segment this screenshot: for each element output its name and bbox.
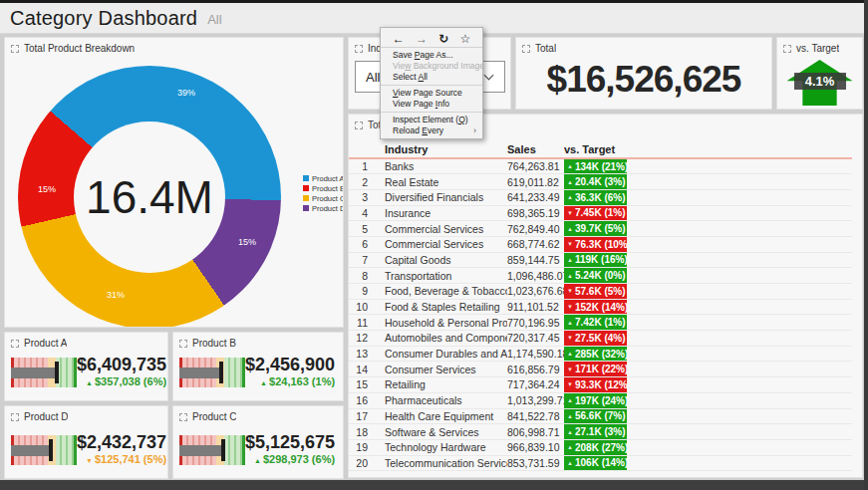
table-row[interactable]: 5Commercial Services762,849.40▲39.7K (5%… xyxy=(349,221,852,237)
expand-icon[interactable] xyxy=(11,45,19,53)
panel-title: Product C xyxy=(192,411,236,422)
up-triangle-icon: ▲ xyxy=(567,163,573,169)
sales-cell: 762,849.40 xyxy=(507,221,564,237)
table-row[interactable]: 4Insurance698,365.19▼7.45K (1%) xyxy=(349,205,852,221)
menu-item-view-background-image: View Background Image xyxy=(381,61,482,72)
row-number: 19 xyxy=(349,439,375,455)
menu-item-inspect-element-q[interactable]: Inspect Element (Q) xyxy=(381,115,482,125)
vs-target-value: 20.4K (3%) xyxy=(575,176,626,187)
expand-icon[interactable] xyxy=(11,340,19,348)
expand-icon[interactable] xyxy=(783,45,791,53)
bullet-chart xyxy=(11,435,77,465)
target-arrow-indicator: 4.1% xyxy=(787,60,853,106)
table-row[interactable]: 7Capital Goods859,144.75▲119K (16%) xyxy=(349,252,852,268)
industry-cell: Retailing xyxy=(375,377,507,393)
table-row[interactable]: 6Commercial Services668,774.62▼76.3K (10… xyxy=(349,236,852,252)
vs-target-badge: ▼171K (22%) xyxy=(564,362,627,376)
legend-label: Product C xyxy=(312,194,344,203)
table-row[interactable]: 17Health Care Equipment841,522.78▲56.6K … xyxy=(349,408,852,424)
column-header-vs-target[interactable]: vs. Target xyxy=(564,141,627,158)
industry-cell: Consumer Services xyxy=(375,362,507,377)
back-icon[interactable]: ← xyxy=(393,30,405,48)
bullet-good-zone xyxy=(224,358,245,387)
row-number: 2 xyxy=(349,174,375,190)
table-row[interactable]: 11Household & Personal Products770,196.9… xyxy=(349,315,852,331)
expand-icon[interactable] xyxy=(522,45,530,53)
bullet-good-zone xyxy=(224,435,245,465)
vs-target-badge: ▼93.3K (12%) xyxy=(564,377,627,392)
table-row[interactable]: 18Software & Services806,998.71▲27.1K (3… xyxy=(349,424,852,440)
chevron-down-icon xyxy=(484,71,494,81)
table-row[interactable]: 16Pharmaceuticals1,013,299.71▲197K (24%) xyxy=(349,392,852,408)
row-number: 1 xyxy=(349,158,375,174)
vs-target-badge: ▼152K (14%) xyxy=(564,300,627,315)
menu-item-view-page-source[interactable]: View Page Source xyxy=(381,88,482,99)
panel-total-kpi: Total $16,526,625 xyxy=(515,37,772,110)
panel-title: vs. Target xyxy=(796,43,839,54)
vs-target-value: 134K (21%) xyxy=(575,161,627,172)
legend-item[interactable]: Product C xyxy=(303,193,344,203)
legend-item[interactable]: Product A xyxy=(303,173,344,183)
row-number: 9 xyxy=(349,284,375,300)
reload-icon[interactable]: ↻ xyxy=(438,30,448,48)
menu-item-reload-every[interactable]: Reload Every› xyxy=(381,125,482,136)
table-row[interactable]: 1Banks764,263.81▲134K (21%) xyxy=(349,158,852,174)
legend-label: Product D xyxy=(312,204,344,213)
row-number: 3 xyxy=(349,189,375,205)
table-row[interactable]: 12Automobiles and Components720,317.45▼2… xyxy=(349,331,852,347)
sales-cell: 841,522.78 xyxy=(507,408,564,424)
product-delta: ▲$24,163 (1%) xyxy=(245,374,335,390)
table-row[interactable]: 8Transportation1,096,486.07▲5.24K (0%) xyxy=(349,268,852,284)
expand-icon[interactable] xyxy=(179,413,187,421)
legend-item[interactable]: Product D xyxy=(303,203,344,213)
industry-cell: Health Care Equipment xyxy=(375,408,507,424)
up-triangle-icon: ▲ xyxy=(567,413,573,419)
menu-item-select-all[interactable]: Select All xyxy=(381,72,482,83)
bullet-target-marker xyxy=(219,362,223,383)
column-header-sales[interactable]: Sales xyxy=(507,141,564,158)
vs-target-value: 197K (24%) xyxy=(575,395,627,406)
expand-icon[interactable] xyxy=(355,122,363,129)
bullet-chart xyxy=(11,358,77,387)
expand-icon[interactable] xyxy=(355,45,363,53)
sales-cell: 853,731.59 xyxy=(507,455,564,471)
table-row[interactable]: 20Telecommunication Services853,731.59▲1… xyxy=(349,455,852,471)
table-row[interactable]: 15Retailing717,364.24▼93.3K (12%) xyxy=(349,377,852,393)
sales-cell: 641,233.49 xyxy=(507,189,564,205)
row-number: 18 xyxy=(349,424,375,440)
forward-icon[interactable]: → xyxy=(416,30,428,48)
browser-context-menu: ←→↻☆ Save Page As...View Background Imag… xyxy=(380,27,483,139)
table-header-row: Industry Sales vs. Target xyxy=(349,141,852,158)
legend-item[interactable]: Product B xyxy=(303,183,344,193)
table-row[interactable]: 9Food, Beverage & Tobacco1,023,676.68▼57… xyxy=(349,284,852,300)
legend-swatch xyxy=(303,195,309,201)
table-row[interactable]: 14Consumer Services616,856.79▼171K (22%) xyxy=(349,362,852,377)
vs-target-value: 56.6K (7%) xyxy=(575,410,626,421)
product-delta: ▲$298,973 (6%) xyxy=(245,452,335,468)
menu-item-view-page-info[interactable]: View Page Info xyxy=(381,99,482,110)
vs-target-value: 39.7K (5%) xyxy=(575,223,626,234)
up-triangle-icon: ▲ xyxy=(567,397,573,403)
total-kpi-value: $16,526,625 xyxy=(516,59,771,101)
browser-viewport: Category Dashboard All Total Product Bre… xyxy=(0,0,868,490)
bullet-chart xyxy=(179,358,245,387)
product-delta: ▼$125,741 (5%) xyxy=(77,452,166,468)
product-value: $5,125,675 xyxy=(245,432,335,452)
expand-icon[interactable] xyxy=(179,340,187,348)
donut-center-total: 16.4M xyxy=(86,170,213,224)
bookmark-icon[interactable]: ☆ xyxy=(460,30,471,48)
table-row[interactable]: 10Food & Staples Retailing911,101.52▼152… xyxy=(349,299,852,315)
column-header-industry[interactable]: Industry xyxy=(375,141,507,158)
sales-cell: 1,023,676.68 xyxy=(507,284,564,300)
table-row[interactable]: 13Consumer Durables and Apparel1,174,590… xyxy=(349,346,852,362)
expand-icon[interactable] xyxy=(11,413,19,421)
table-row[interactable]: 2Real Estate619,011.82▲20.4K (3%) xyxy=(349,174,852,190)
industry-table: Industry Sales vs. Target 1Banks764,263.… xyxy=(349,141,852,471)
bullet-target-marker xyxy=(49,439,53,461)
row-number: 4 xyxy=(349,205,375,221)
menu-item-save-page-as[interactable]: Save Page As... xyxy=(381,50,482,61)
row-number: 15 xyxy=(349,377,375,393)
table-row[interactable]: 3Diversified Financials641,233.49▲36.3K … xyxy=(349,189,852,205)
industry-cell: Pharmaceuticals xyxy=(375,392,507,408)
table-row[interactable]: 19Technology Hardware966,839.10▲208K (27… xyxy=(349,439,852,455)
